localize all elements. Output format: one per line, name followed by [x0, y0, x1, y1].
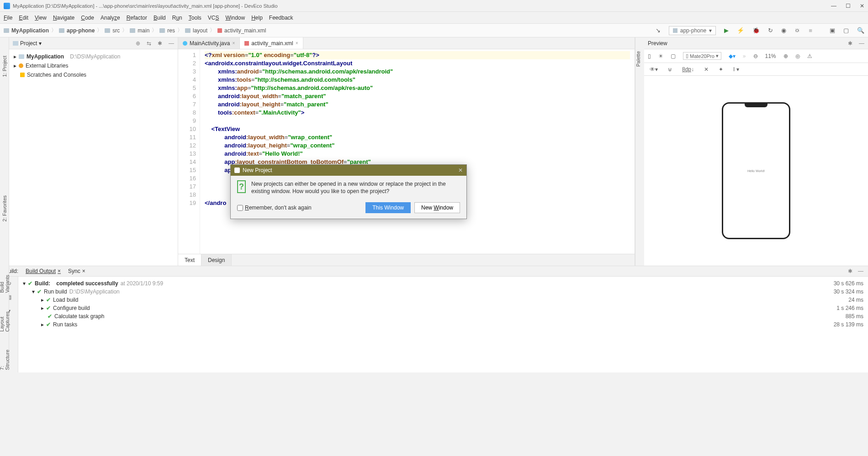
bottom-tab-text[interactable]: Text — [178, 254, 201, 266]
window-controls: — ☐ ✕ — [831, 3, 864, 9]
this-window-button[interactable]: This Window — [365, 202, 411, 213]
guidelines-icon[interactable]: I ▾ — [733, 66, 739, 73]
stop-icon[interactable]: ■ — [809, 27, 812, 34]
expand-icon[interactable]: ⇆ — [147, 40, 151, 47]
menu-code[interactable]: Code — [81, 15, 94, 21]
minimize-icon[interactable]: — — [859, 40, 864, 47]
crumb-module[interactable]: app-phone — [67, 27, 95, 34]
gear-icon[interactable]: ✱ — [158, 40, 162, 47]
breadcrumb[interactable]: MyApplication〉 app-phone〉 src〉 main〉 res… — [4, 26, 266, 34]
close-button[interactable]: ✕ — [860, 3, 864, 9]
tree-project-root[interactable]: ▸ MyApplication D:\DS\MyApplication — [14, 52, 173, 61]
close-tab-icon[interactable]: × — [296, 41, 298, 46]
crumb-main[interactable]: main — [138, 27, 149, 34]
tab-palette[interactable]: Palette — [635, 51, 641, 67]
menu-help[interactable]: Help — [251, 15, 263, 21]
view-options-icon[interactable]: 👁▾ — [650, 66, 658, 73]
profile-icon[interactable]: ◉ — [781, 27, 786, 34]
tab-layout-captures[interactable]: Layout Captures — [0, 311, 10, 332]
infer-constraints-icon[interactable]: ✦ — [719, 66, 723, 73]
menu-analyze[interactable]: Analyze — [101, 15, 120, 21]
bottom-tab-design[interactable]: Design — [201, 254, 232, 266]
night-mode-icon[interactable]: ☀ — [658, 53, 663, 59]
tab-project[interactable]: 1: Project — [2, 56, 7, 77]
gear-icon[interactable]: ✱ — [848, 268, 852, 274]
menu-feedback[interactable]: Feedback — [269, 15, 293, 21]
menu-edit[interactable]: Edit — [19, 15, 28, 21]
remember-checkbox-input[interactable] — [237, 205, 243, 211]
project-view-label[interactable]: Project — [20, 40, 37, 47]
build-run[interactable]: ▾ ✔ Run build D:\DS\MyApplication30 s 32… — [23, 288, 863, 296]
menu-tools[interactable]: Tools — [189, 15, 201, 21]
crumb-src[interactable]: src — [112, 27, 120, 34]
build-tree[interactable]: ▾ ✔ Build: completed successfully at 202… — [18, 277, 868, 372]
tab-build-variants[interactable]: Build Variants — [0, 275, 10, 293]
debug-icon[interactable]: 🐞 — [752, 27, 760, 34]
menu-vcs[interactable]: VCS — [208, 15, 219, 21]
remember-checkbox[interactable]: Remember, don't ask again — [237, 204, 312, 211]
zoom-out-icon[interactable]: ⊖ — [753, 53, 758, 59]
build-tasks[interactable]: ▸ ✔ Run tasks28 s 139 ms — [23, 320, 863, 329]
minimize-icon[interactable]: — — [169, 40, 174, 47]
close-icon[interactable]: × — [82, 268, 85, 274]
warnings-icon[interactable]: ⚠ — [807, 53, 812, 59]
menu-run[interactable]: Run — [172, 15, 182, 21]
project-tree[interactable]: ▸ MyApplication D:\DS\MyApplication ▸ Ex… — [9, 49, 178, 82]
build-root[interactable]: ▾ ✔ Build: completed successfully at 202… — [23, 279, 863, 288]
apply-changes-icon[interactable]: ⚡ — [737, 27, 744, 34]
magnet-icon[interactable]: ⊍ — [668, 66, 672, 73]
build-hammer-icon[interactable]: ↘ — [656, 27, 661, 34]
dialog-close-icon[interactable]: ✕ — [458, 167, 463, 173]
tab-structure[interactable]: 7: Structure — [0, 350, 10, 370]
menu-file[interactable]: File — [4, 15, 12, 21]
gear-icon[interactable]: ✱ — [848, 40, 852, 47]
code-editor[interactable]: 12345678910111213141516171819 <?xml vers… — [178, 49, 635, 254]
search-icon[interactable]: 🔍 — [857, 27, 864, 34]
menu-build[interactable]: Build — [153, 15, 166, 21]
device-orientation-icon[interactable]: ▯ — [648, 53, 651, 59]
build-calc[interactable]: ✔ Calculate task graph885 ms — [23, 312, 863, 320]
editor-tab-java[interactable]: MainActivity.java× — [178, 37, 240, 49]
code-text[interactable]: <?xml version="1.0" encoding="utf-8"?><a… — [200, 49, 635, 254]
theme-icon[interactable]: ▢ — [671, 53, 676, 59]
crumb-layout[interactable]: layout — [193, 27, 207, 34]
menu-view[interactable]: View — [35, 15, 47, 21]
sdk-manager-icon[interactable]: ▢ — [843, 27, 849, 34]
target-icon[interactable]: ⊕ — [136, 40, 140, 47]
attach-debugger-icon[interactable]: ⛭ — [794, 27, 800, 34]
device-combo[interactable]: ▯Mate20Pro▾ — [683, 52, 721, 60]
menu-refactor[interactable]: Refactor — [127, 15, 147, 21]
zoom-in-icon[interactable]: ⊕ — [783, 53, 788, 59]
minimize-icon[interactable]: — — [858, 268, 863, 274]
avd-manager-icon[interactable]: ▣ — [830, 27, 835, 34]
maximize-button[interactable]: ☐ — [846, 3, 851, 9]
menu-navigate[interactable]: Navigate — [53, 15, 74, 21]
coverage-icon[interactable]: ↻ — [768, 27, 773, 34]
chevron-down-icon[interactable]: ▾ — [39, 40, 42, 47]
new-window-button[interactable]: New Window — [414, 202, 460, 213]
clear-constraints-icon[interactable]: ✕ — [704, 66, 709, 73]
api-level-icon[interactable]: ◆▾ — [729, 53, 736, 59]
build-configure[interactable]: ▸ ✔ Configure build1 s 246 ms — [23, 304, 863, 312]
editor-tab-xml[interactable]: activity_main.xml× — [240, 37, 303, 49]
menu-window[interactable]: Window — [225, 15, 245, 21]
crumb-file[interactable]: activity_main.xml — [224, 27, 266, 34]
build-load[interactable]: ▸ ✔ Load build24 ms — [23, 296, 863, 304]
build-tab-output[interactable]: Build Output × — [26, 268, 61, 274]
run-config-combo[interactable]: app-phone▾ — [669, 26, 716, 35]
close-icon[interactable]: × — [58, 268, 61, 274]
module-icon — [673, 28, 677, 33]
tab-favorites[interactable]: 2: Favorites — [2, 195, 7, 221]
minimize-button[interactable]: — — [831, 3, 836, 9]
preview-canvas[interactable]: Hello World! — [644, 76, 868, 266]
run-icon[interactable]: ▶ — [724, 27, 729, 34]
build-tab-sync[interactable]: Sync × — [68, 268, 85, 274]
crumb-res[interactable]: res — [167, 27, 175, 34]
close-tab-icon[interactable]: × — [232, 41, 235, 46]
dialog-titlebar[interactable]: New Project ✕ — [231, 165, 466, 176]
tree-external-libs[interactable]: ▸ External Libraries — [14, 61, 173, 70]
zoom-fit-icon[interactable]: ◎ — [795, 53, 800, 59]
tree-scratches[interactable]: Scratches and Consoles — [14, 70, 173, 79]
crumb-root[interactable]: MyApplication — [11, 27, 49, 34]
default-margins[interactable]: 8dp↓ — [682, 66, 694, 73]
